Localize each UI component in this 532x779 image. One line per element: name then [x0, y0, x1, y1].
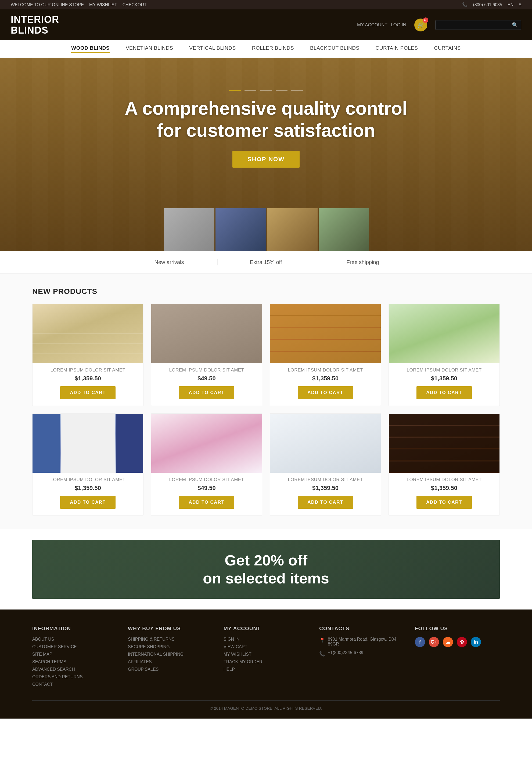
add-to-cart-button-5[interactable]: ADD TO CART — [60, 496, 115, 509]
footer-link-group[interactable]: GROUP SALES — [128, 667, 159, 671]
hero-dot-4[interactable] — [276, 90, 288, 91]
map-pin-icon: 📍 — [319, 638, 325, 643]
nav-venetian-blinds[interactable]: VENETIAN BLINDS — [126, 45, 173, 53]
language-selector[interactable]: EN — [508, 2, 514, 7]
footer-bottom: © 2014 MAGENTO DEMO STORE. ALL RIGHTS RE… — [32, 700, 500, 711]
hero-dot-1[interactable] — [229, 90, 241, 91]
login-link[interactable]: LOG IN — [391, 22, 406, 27]
add-to-cart-button-3[interactable]: ADD TO CART — [298, 386, 353, 399]
header: INTERIOR BLINDS MY ACCOUNT LOG IN 🛒 40 🔍 — [0, 9, 532, 40]
google-plus-icon[interactable]: G+ — [429, 637, 439, 647]
nav-wood-blinds[interactable]: WOOD BLINDS — [71, 45, 110, 53]
wishlist-link[interactable]: MY WISHLIST — [89, 2, 117, 7]
footer-link-secure[interactable]: SECURE SHOPPING — [128, 645, 170, 649]
footer-link-wishlist[interactable]: MY WISHLIST — [224, 652, 251, 657]
footer-link-search[interactable]: SEARCH TERMS — [32, 659, 66, 664]
hero-dots — [125, 90, 407, 91]
hero-thumb-2[interactable] — [216, 208, 266, 251]
hero-dot-2[interactable] — [244, 90, 256, 91]
top-bar: WELCOME TO OUR ONLINE STORE MY WISHLIST … — [0, 0, 532, 9]
blind-bar — [33, 314, 143, 324]
stripe — [61, 414, 115, 473]
product-price-7: $1,359.50 — [270, 485, 381, 492]
top-bar-left: WELCOME TO OUR ONLINE STORE MY WISHLIST … — [11, 2, 147, 7]
wood-slat — [270, 352, 381, 363]
product-image-5[interactable] — [33, 414, 143, 473]
add-to-cart-button-4[interactable]: ADD TO CART — [416, 386, 472, 399]
footer-link-help[interactable]: HELP — [224, 667, 235, 671]
pinterest-icon[interactable]: ✿ — [457, 637, 467, 647]
footer-link-viewcart[interactable]: VIEW CART — [224, 645, 247, 649]
footer-social-heading: FOLLOW US — [415, 625, 500, 632]
nav-roller-blinds[interactable]: ROLLER BLINDS — [252, 45, 294, 53]
footer-link-orders[interactable]: ORDERS AND RETURNS — [32, 674, 83, 679]
promo-banner[interactable]: Get 20% off on selected items — [32, 540, 500, 599]
footer-link-trackorder[interactable]: TRACK MY ORDER — [224, 659, 262, 664]
currency-selector[interactable]: $ — [519, 2, 521, 7]
footer-link-affiliates[interactable]: AFFILIATES — [128, 659, 152, 664]
products-section-title: NEW PRODUCTS — [32, 287, 500, 296]
footer-link-signin[interactable]: SIGN IN — [224, 637, 240, 642]
add-to-cart-button-7[interactable]: ADD TO CART — [298, 496, 353, 509]
nav-blackout-blinds[interactable]: BLACKOUT BLINDS — [310, 45, 359, 53]
hero-content: A comprehensive quality controlfor custo… — [125, 90, 407, 168]
product-image-6[interactable] — [151, 414, 262, 473]
add-to-cart-button-1[interactable]: ADD TO CART — [60, 386, 115, 399]
product-image-2[interactable] — [151, 304, 262, 363]
my-account-link[interactable]: MY ACCOUNT — [357, 22, 388, 27]
dark-slat — [389, 462, 499, 473]
footer-link-sitemap[interactable]: SITE MAP — [32, 652, 52, 657]
product-image-8[interactable] — [389, 414, 499, 473]
footer-link-advanced[interactable]: ADVANCED SEARCH — [32, 667, 75, 671]
search-button[interactable]: 🔍 — [512, 22, 518, 28]
footer-link-customer[interactable]: CUSTOMER SERVICE — [32, 645, 77, 649]
footer-link-about[interactable]: ABOUT US — [32, 637, 54, 642]
cart-badge: 40 — [423, 17, 428, 23]
hero-thumb-4[interactable] — [319, 208, 369, 251]
cart-button[interactable]: 🛒 40 — [414, 18, 427, 32]
product-image-7[interactable] — [270, 414, 381, 473]
linkedin-icon[interactable]: in — [471, 637, 481, 647]
nav-vertical-blinds[interactable]: VERTICAL BLINDS — [189, 45, 236, 53]
footer-link-shipping[interactable]: SHIPPING & RETURNS — [128, 637, 174, 642]
rss-icon[interactable]: ☁ — [443, 637, 453, 647]
hero-thumb-3[interactable] — [267, 208, 317, 251]
blind-bar — [33, 304, 143, 314]
copyright-text: © 2014 MAGENTO DEMO STORE. ALL RIGHTS RE… — [210, 706, 322, 711]
blind-bar — [33, 334, 143, 344]
hero-dot-5[interactable] — [291, 90, 303, 91]
blind-bar — [33, 354, 143, 363]
add-to-cart-button-8[interactable]: ADD TO CART — [416, 496, 472, 509]
product-image-3[interactable] — [270, 304, 381, 363]
search-input[interactable] — [439, 22, 512, 28]
footer-address: 📍 8901 Marmora Road, Glasgow, D04 89GR — [319, 637, 404, 647]
footer-information-links: ABOUT US CUSTOMER SERVICE SITE MAP SEARC… — [32, 637, 117, 687]
social-icons: f G+ ☁ ✿ in — [415, 637, 500, 647]
shop-now-button[interactable]: SHOP NOW — [232, 151, 300, 168]
add-to-cart-button-6[interactable]: ADD TO CART — [179, 496, 234, 509]
product-card-7: LOREM IPSUM DOLOR SIT AMET $1,359.50 ADD… — [270, 413, 381, 516]
hero-dot-3[interactable] — [260, 90, 272, 91]
stripe — [116, 414, 143, 473]
checkout-link[interactable]: CHECKOUT — [122, 2, 147, 7]
product-image-4[interactable] — [389, 304, 499, 363]
product-image-1[interactable] — [33, 304, 143, 363]
products-grid: LOREM IPSUM DOLOR SIT AMET $1,359.50 ADD… — [32, 304, 500, 516]
logo[interactable]: INTERIOR BLINDS — [11, 14, 59, 36]
product-card-4: LOREM IPSUM DOLOR SIT AMET $1,359.50 ADD… — [389, 304, 500, 406]
nav-curtain-poles[interactable]: CURTAIN POLES — [376, 45, 418, 53]
footer: INFORMATION ABOUT US CUSTOMER SERVICE SI… — [0, 609, 532, 719]
add-to-cart-button-2[interactable]: ADD TO CART — [179, 386, 234, 399]
footer-link-intl[interactable]: INTERNATIONAL SHIPPING — [128, 652, 183, 657]
nav-curtains[interactable]: CURTAINS — [434, 45, 461, 53]
search-bar[interactable]: 🔍 — [435, 20, 521, 30]
product-label-8: LOREM IPSUM DOLOR SIT AMET — [389, 477, 499, 482]
facebook-icon[interactable]: f — [415, 637, 425, 647]
footer-link-contact[interactable]: CONTACT — [32, 682, 53, 686]
footer-address-text: 8901 Marmora Road, Glasgow, D04 89GR — [328, 637, 404, 647]
product-label-1: LOREM IPSUM DOLOR SIT AMET — [33, 367, 143, 373]
product-label-4: LOREM IPSUM DOLOR SIT AMET — [389, 367, 499, 373]
product-label-3: LOREM IPSUM DOLOR SIT AMET — [270, 367, 381, 373]
footer-myaccount-links: SIGN IN VIEW CART MY WISHLIST TRACK MY O… — [224, 637, 308, 672]
hero-thumb-1[interactable] — [164, 208, 215, 251]
